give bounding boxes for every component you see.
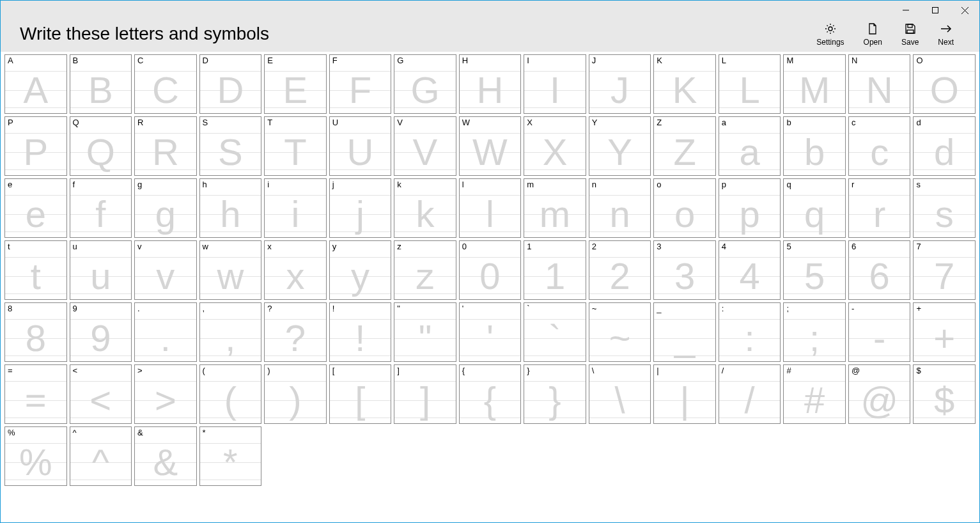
- character-cell[interactable]: ((: [199, 364, 262, 424]
- handwriting-area[interactable]: .: [135, 315, 196, 361]
- character-cell[interactable]: ~~: [589, 302, 651, 362]
- character-cell[interactable]: 77: [913, 240, 976, 300]
- handwriting-area[interactable]: D: [200, 66, 261, 113]
- handwriting-area[interactable]: 1: [524, 253, 586, 299]
- character-cell[interactable]: aa: [719, 116, 781, 176]
- character-cell[interactable]: yy: [329, 240, 392, 300]
- character-cell[interactable]: {{: [459, 364, 522, 424]
- character-cell[interactable]: uu: [70, 240, 132, 300]
- handwriting-area[interactable]: @: [849, 377, 910, 423]
- character-cell[interactable]: ::: [719, 302, 781, 362]
- character-cell[interactable]: rr: [848, 178, 911, 238]
- character-cell[interactable]: ..: [134, 302, 197, 362]
- handwriting-area[interactable]: V: [394, 129, 456, 175]
- character-cell[interactable]: UU: [329, 116, 392, 176]
- character-cell[interactable]: oo: [653, 178, 716, 238]
- handwriting-area[interactable]: a: [719, 129, 781, 175]
- character-cell[interactable]: zz: [394, 240, 456, 300]
- handwriting-area[interactable]: Q: [70, 129, 132, 175]
- handwriting-area[interactable]: [: [330, 377, 391, 423]
- character-cell[interactable]: VV: [394, 116, 456, 176]
- character-cell[interactable]: 99: [70, 302, 132, 362]
- character-cell[interactable]: KK: [653, 54, 716, 114]
- character-cell[interactable]: \\: [589, 364, 651, 424]
- character-cell[interactable]: ll: [459, 178, 522, 238]
- character-cell[interactable]: '': [459, 302, 522, 362]
- handwriting-area[interactable]: =: [5, 377, 66, 423]
- character-cell[interactable]: 22: [589, 240, 651, 300]
- minimize-button[interactable]: [891, 1, 921, 20]
- character-cell[interactable]: ^^: [70, 426, 132, 486]
- character-cell[interactable]: ii: [264, 178, 327, 238]
- handwriting-area[interactable]: !: [330, 315, 391, 361]
- handwriting-area[interactable]: U: [330, 129, 391, 175]
- character-cell[interactable]: xx: [264, 240, 327, 300]
- character-cell[interactable]: QQ: [70, 116, 132, 176]
- handwriting-area[interactable]: 6: [849, 253, 910, 299]
- character-cell[interactable]: @@: [848, 364, 911, 424]
- character-cell[interactable]: "": [394, 302, 456, 362]
- handwriting-area[interactable]: u: [70, 253, 132, 299]
- character-cell[interactable]: ||: [653, 364, 716, 424]
- character-cell[interactable]: OO: [913, 54, 976, 114]
- handwriting-area[interactable]: W: [460, 129, 521, 175]
- character-cell[interactable]: GG: [394, 54, 456, 114]
- handwriting-area[interactable]: 3: [654, 253, 715, 299]
- handwriting-area[interactable]: S: [200, 129, 261, 175]
- character-cell[interactable]: <<: [70, 364, 132, 424]
- handwriting-area[interactable]: -: [849, 315, 910, 361]
- character-cell[interactable]: >>: [134, 364, 197, 424]
- handwriting-area[interactable]: 8: [5, 315, 66, 361]
- character-cell[interactable]: [[: [329, 364, 392, 424]
- character-cell[interactable]: mm: [524, 178, 586, 238]
- handwriting-area[interactable]: o: [654, 191, 715, 237]
- handwriting-area[interactable]: ": [394, 315, 456, 361]
- character-cell[interactable]: ,,: [199, 302, 262, 362]
- handwriting-area[interactable]: b: [784, 129, 845, 175]
- character-cell[interactable]: tt: [4, 240, 67, 300]
- character-cell[interactable]: %%: [4, 426, 67, 486]
- character-cell[interactable]: JJ: [589, 54, 651, 114]
- handwriting-area[interactable]: j: [330, 191, 391, 237]
- character-cell[interactable]: //: [719, 364, 781, 424]
- character-cell[interactable]: EE: [264, 54, 327, 114]
- character-cell[interactable]: ++: [913, 302, 976, 362]
- handwriting-area[interactable]: f: [70, 191, 132, 237]
- character-cell[interactable]: jj: [329, 178, 392, 238]
- handwriting-area[interactable]: I: [524, 66, 586, 113]
- close-button[interactable]: [950, 1, 979, 20]
- handwriting-area[interactable]: \: [589, 377, 651, 423]
- handwriting-area[interactable]: y: [330, 253, 391, 299]
- handwriting-area[interactable]: ': [460, 315, 521, 361]
- character-cell[interactable]: ff: [70, 178, 132, 238]
- character-cell[interactable]: FF: [329, 54, 392, 114]
- character-cell[interactable]: !!: [329, 302, 392, 362]
- open-button[interactable]: Open: [864, 22, 882, 47]
- character-cell[interactable]: 66: [848, 240, 911, 300]
- character-cell[interactable]: dd: [913, 116, 976, 176]
- handwriting-area[interactable]: |: [654, 377, 715, 423]
- handwriting-area[interactable]: 0: [460, 253, 521, 299]
- handwriting-area[interactable]: *: [200, 439, 261, 485]
- handwriting-area[interactable]: v: [135, 253, 196, 299]
- character-cell[interactable]: ww: [199, 240, 262, 300]
- character-cell[interactable]: ``: [524, 302, 586, 362]
- handwriting-area[interactable]: H: [460, 66, 521, 113]
- handwriting-area[interactable]: ]: [394, 377, 456, 423]
- handwriting-area[interactable]: t: [5, 253, 66, 299]
- handwriting-area[interactable]: ~: [589, 315, 651, 361]
- handwriting-area[interactable]: }: [524, 377, 586, 423]
- handwriting-area[interactable]: ?: [265, 315, 326, 361]
- handwriting-area[interactable]: 2: [589, 253, 651, 299]
- handwriting-area[interactable]: 9: [70, 315, 132, 361]
- character-cell[interactable]: --: [848, 302, 911, 362]
- handwriting-area[interactable]: E: [265, 66, 326, 113]
- handwriting-area[interactable]: B: [70, 66, 132, 113]
- handwriting-area[interactable]: w: [200, 253, 261, 299]
- handwriting-area[interactable]: M: [784, 66, 845, 113]
- character-cell[interactable]: &&: [134, 426, 197, 486]
- handwriting-area[interactable]: J: [589, 66, 651, 113]
- handwriting-area[interactable]: ,: [200, 315, 261, 361]
- character-cell[interactable]: 33: [653, 240, 716, 300]
- character-cell[interactable]: DD: [199, 54, 262, 114]
